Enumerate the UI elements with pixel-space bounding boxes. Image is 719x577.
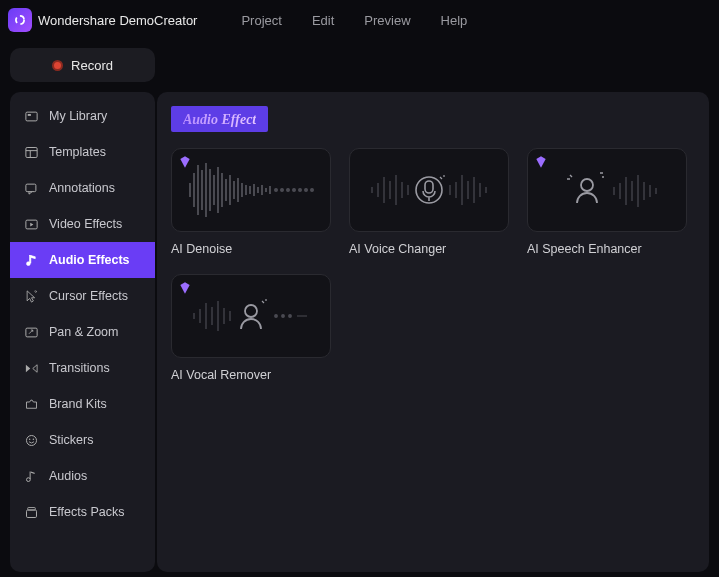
- svg-rect-10: [30, 255, 31, 263]
- svg-point-15: [29, 438, 31, 440]
- sidebar-item-effects-packs[interactable]: Effects Packs: [10, 494, 155, 530]
- svg-rect-3: [26, 147, 37, 157]
- library-icon: [24, 109, 39, 124]
- menu-preview[interactable]: Preview: [364, 13, 410, 28]
- svg-point-14: [27, 435, 37, 445]
- sidebar-item-label: Templates: [49, 145, 106, 159]
- premium-gem-icon: [534, 155, 548, 173]
- section-tab-label: Audio Effect: [183, 112, 256, 127]
- svg-point-16: [33, 438, 35, 440]
- svg-point-45: [287, 189, 290, 192]
- sidebar-item-templates[interactable]: Templates: [10, 134, 155, 170]
- record-icon: [52, 60, 63, 71]
- premium-gem-icon: [178, 155, 192, 173]
- svg-point-66: [581, 179, 593, 191]
- top-bar: Wondershare DemoCreator Project Edit Pre…: [0, 0, 719, 40]
- card-thumb: [527, 148, 687, 232]
- vocal-remover-icon: [176, 281, 326, 351]
- svg-rect-19: [27, 510, 37, 518]
- svg-rect-18: [30, 471, 31, 479]
- sidebar-item-transitions[interactable]: Transitions: [10, 350, 155, 386]
- svg-point-48: [305, 189, 308, 192]
- annotations-icon: [24, 181, 39, 196]
- sidebar-item-label: Audios: [49, 469, 87, 483]
- record-label: Record: [71, 58, 113, 73]
- main-panel: Audio Effect AI Denoise: [157, 92, 709, 572]
- card-thumb: [171, 148, 331, 232]
- sidebar-item-cursor-effects[interactable]: Cursor Effects: [10, 278, 155, 314]
- sidebar-item-my-library[interactable]: My Library: [10, 98, 155, 134]
- effects-packs-icon: [24, 505, 39, 520]
- sidebar-item-video-effects[interactable]: Video Effects: [10, 206, 155, 242]
- card-label: AI Vocal Remover: [171, 368, 331, 382]
- record-button[interactable]: Record: [10, 48, 155, 82]
- menu-project[interactable]: Project: [241, 13, 281, 28]
- audio-effects-icon: [24, 253, 39, 268]
- svg-point-46: [293, 189, 296, 192]
- menu-edit[interactable]: Edit: [312, 13, 334, 28]
- card-thumb: [171, 274, 331, 358]
- svg-point-47: [299, 189, 302, 192]
- svg-point-85: [289, 315, 292, 318]
- transitions-icon: [24, 361, 39, 376]
- sidebar-item-label: Pan & Zoom: [49, 325, 118, 339]
- sidebar-item-label: My Library: [49, 109, 107, 123]
- svg-point-84: [282, 315, 285, 318]
- record-row: Record: [0, 40, 719, 92]
- voice-changer-icon: [354, 155, 504, 225]
- svg-rect-2: [28, 114, 31, 116]
- sidebar-item-audio-effects[interactable]: Audio Effects: [10, 242, 155, 278]
- card-label: AI Voice Changer: [349, 242, 509, 256]
- svg-point-0: [16, 16, 24, 24]
- svg-marker-12: [26, 364, 30, 372]
- sidebar-item-label: Cursor Effects: [49, 289, 128, 303]
- card-label: AI Denoise: [171, 242, 331, 256]
- sidebar-item-audios[interactable]: Audios: [10, 458, 155, 494]
- svg-rect-6: [26, 184, 36, 192]
- sidebar: My Library Templates Annotations Video E…: [10, 92, 155, 572]
- svg-rect-11: [26, 328, 37, 337]
- card-thumb: [349, 148, 509, 232]
- sidebar-item-label: Effects Packs: [49, 505, 125, 519]
- effects-grid: AI Denoise AI Voice Changer: [171, 148, 695, 382]
- svg-rect-20: [28, 507, 36, 510]
- menu-bar: Project Edit Preview Help: [241, 13, 467, 28]
- menu-help[interactable]: Help: [441, 13, 468, 28]
- sidebar-item-label: Annotations: [49, 181, 115, 195]
- speech-enhancer-icon: [532, 155, 682, 225]
- svg-point-49: [311, 189, 314, 192]
- svg-marker-8: [30, 222, 33, 226]
- pan-zoom-icon: [24, 325, 39, 340]
- sidebar-item-pan-zoom[interactable]: Pan & Zoom: [10, 314, 155, 350]
- sidebar-item-brand-kits[interactable]: Brand Kits: [10, 386, 155, 422]
- card-label: AI Speech Enhancer: [527, 242, 687, 256]
- svg-point-43: [275, 189, 278, 192]
- stickers-icon: [24, 433, 39, 448]
- svg-point-82: [245, 305, 257, 317]
- svg-point-83: [275, 315, 278, 318]
- sidebar-item-stickers[interactable]: Stickers: [10, 422, 155, 458]
- app-logo-icon: [8, 8, 32, 32]
- sidebar-item-label: Video Effects: [49, 217, 122, 231]
- section-tab[interactable]: Audio Effect: [171, 106, 268, 132]
- sidebar-item-label: Audio Effects: [49, 253, 130, 267]
- denoise-wave-icon: [176, 155, 326, 225]
- audios-icon: [24, 469, 39, 484]
- svg-rect-1: [26, 112, 37, 121]
- sidebar-item-label: Brand Kits: [49, 397, 107, 411]
- brand-kits-icon: [24, 397, 39, 412]
- sidebar-item-annotations[interactable]: Annotations: [10, 170, 155, 206]
- templates-icon: [24, 145, 39, 160]
- card-ai-speech-enhancer[interactable]: AI Speech Enhancer: [527, 148, 687, 256]
- svg-marker-13: [33, 364, 37, 372]
- app-logo-title: Wondershare DemoCreator: [8, 8, 197, 32]
- svg-point-44: [281, 189, 284, 192]
- card-ai-voice-changer[interactable]: AI Voice Changer: [349, 148, 509, 256]
- card-ai-vocal-remover[interactable]: AI Vocal Remover: [171, 274, 331, 382]
- app-title: Wondershare DemoCreator: [38, 13, 197, 28]
- card-ai-denoise[interactable]: AI Denoise: [171, 148, 331, 256]
- sidebar-item-label: Stickers: [49, 433, 93, 447]
- sidebar-item-label: Transitions: [49, 361, 110, 375]
- premium-gem-icon: [178, 281, 192, 299]
- cursor-effects-icon: [24, 289, 39, 304]
